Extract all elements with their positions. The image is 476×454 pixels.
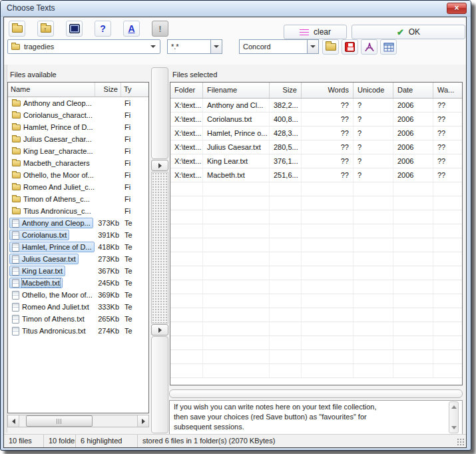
parent-folder-button[interactable]: ↑ (37, 21, 54, 37)
folder-name: King Lear_characte... (23, 147, 93, 155)
column-header-filename[interactable]: Filename (203, 83, 270, 98)
available-folder-row[interactable]: Julius Caesar_char... Fi (8, 133, 148, 145)
file-name: Timon of Athens.txt (22, 315, 85, 323)
title-bar[interactable]: Choose Texts × (1, 1, 471, 17)
folder-type: Fi (121, 171, 148, 179)
monitor-button[interactable] (66, 21, 83, 37)
help-button[interactable]: ? (95, 21, 111, 37)
file-type: Te (121, 291, 148, 299)
scroll-right-button[interactable] (137, 415, 148, 427)
file-name: Romeo And Juliet.txt (22, 303, 89, 311)
available-folder-row[interactable]: Macbeth_characters Fi (8, 157, 148, 169)
available-folder-row[interactable]: Timon of Athens_c... Fi (8, 193, 148, 205)
file-size: 273Kb (95, 255, 121, 263)
close-button[interactable]: × (447, 3, 467, 14)
files-available-label: Files available (10, 71, 57, 79)
notes-scrollbar[interactable] (449, 401, 459, 433)
available-folder-row[interactable]: Othello, the Moor of... Fi (8, 169, 148, 181)
available-file-row[interactable]: Hamlet, Prince of D... 418Kb Te (8, 241, 148, 253)
scroll-left-button[interactable] (8, 415, 19, 427)
column-header-size[interactable]: Size (95, 83, 121, 97)
clear-button-label: clear (314, 27, 331, 37)
selected-table-body: X:\text... Anthony and Cl... 382,2... ??… (170, 99, 462, 378)
text-file-icon (12, 303, 19, 312)
available-file-row[interactable]: Othello, the Moor of... 369Kb Te (8, 289, 148, 301)
text-file-icon (12, 267, 19, 276)
selected-file-row[interactable]: X:\text... Coriolanus.txt 400,8... ?? ? … (170, 113, 462, 126)
available-file-row[interactable]: Timon of Athens.txt 265Kb Te (8, 313, 148, 325)
arrow-up-icon (451, 405, 457, 409)
move-right-button-top[interactable] (151, 160, 168, 171)
available-folder-row[interactable]: Hamlet, Prince of D... Fi (8, 121, 148, 133)
folder-icon (11, 44, 20, 50)
cell-warnings: ?? (433, 168, 462, 182)
selected-file-row[interactable]: X:\text... King Lear.txt 376,1... ?? ? 2… (170, 154, 462, 168)
text-file-icon (12, 243, 19, 252)
available-file-row[interactable]: Julius Caesar.txt 273Kb Te (8, 253, 148, 265)
tool-dropdown[interactable]: Concord (239, 39, 319, 54)
available-folder-row[interactable]: Romeo And Juliet_c... Fi (8, 181, 148, 193)
folder-dropdown-value: tragedies (24, 43, 146, 51)
warning-button[interactable]: ! (152, 21, 168, 37)
open-folder-button[interactable] (9, 21, 25, 37)
available-file-row[interactable]: Coriolanus.txt 391Kb Te (8, 229, 148, 241)
cell-size: 251,6... (270, 168, 302, 182)
main-toolbar: ↑ ? A ! (9, 21, 168, 37)
scrollbar-thumb[interactable] (26, 415, 93, 427)
cell-size: 400,8... (270, 113, 302, 126)
tool-arrow-button[interactable] (307, 40, 318, 53)
file-pattern-arrow-button[interactable] (210, 40, 222, 53)
file-name: Macbeth.txt (22, 279, 60, 287)
save-favourites-button[interactable] (342, 39, 358, 55)
move-right-button-bottom[interactable] (151, 324, 168, 336)
column-header-warnings[interactable]: Wa... (433, 83, 462, 98)
cell-filename: Anthony and Cl... (203, 99, 270, 112)
pdf-convert-button[interactable] (361, 39, 377, 55)
folder-name: Romeo And Juliet_c... (23, 183, 95, 191)
selected-file-row[interactable]: X:\text... Macbeth.txt 251,6... ?? ? 200… (170, 168, 462, 182)
ok-button[interactable]: ✔ OK (352, 25, 465, 39)
resize-grip[interactable] (457, 438, 465, 446)
column-header-date[interactable]: Date (393, 83, 433, 98)
notes-input[interactable]: If you wish you can write notes here on … (169, 400, 463, 435)
folder-dropdown[interactable]: tragedies (7, 39, 160, 54)
file-type: Te (121, 255, 148, 263)
column-header-name[interactable]: Name (8, 83, 95, 97)
available-file-row[interactable]: Romeo And Juliet.txt 333Kb Te (8, 301, 148, 313)
available-file-row[interactable]: King Lear.txt 367Kb Te (8, 265, 148, 277)
available-file-row[interactable]: Titus Andronicus.txt 274Kb Te (8, 325, 148, 337)
open-folder-icon (326, 43, 336, 51)
available-folder-row[interactable]: King Lear_characte... Fi (8, 145, 148, 157)
splitter-drag-handle[interactable] (151, 172, 168, 324)
available-folder-row[interactable]: Anthony and Cleop... Fi (8, 97, 148, 109)
available-folder-row[interactable]: Titus Andronicus_c... Fi (8, 205, 148, 217)
cell-words: ?? (302, 99, 354, 112)
selected-file-row[interactable]: X:\text... Hamlet, Prince o... 428,3... … (170, 126, 462, 140)
grid-view-button[interactable] (380, 39, 397, 55)
monitor-icon (69, 24, 80, 33)
available-folder-row[interactable]: Coriolanus_charact... Fi (8, 109, 148, 121)
column-header-unicode[interactable]: Unicode (354, 83, 393, 98)
folder-type: Fi (121, 135, 148, 143)
available-file-row[interactable]: Anthony and Cleop... 373Kb Te (8, 217, 148, 229)
cell-date: 2006 (393, 113, 433, 126)
available-file-row[interactable]: Macbeth.txt 245Kb Te (8, 277, 148, 289)
clear-lines-icon (300, 29, 309, 35)
selected-file-row[interactable]: X:\text... Anthony and Cl... 382,2... ??… (170, 99, 462, 113)
font-button[interactable]: A (123, 21, 140, 37)
clear-button[interactable]: clear (284, 25, 347, 39)
column-header-type[interactable]: Ty (121, 83, 148, 97)
scrollbar-track[interactable] (19, 415, 137, 427)
column-header-size[interactable]: Size (270, 83, 302, 98)
text-file-icon (12, 291, 19, 300)
cell-words: ?? (302, 154, 354, 168)
available-horizontal-scrollbar[interactable] (7, 415, 149, 427)
selected-file-row[interactable]: X:\text... Julius Caesar.txt 280,5... ??… (170, 140, 462, 154)
column-header-words[interactable]: Words (302, 83, 354, 98)
cell-words: ?? (302, 168, 354, 182)
file-pattern-dropdown[interactable]: *.* (167, 39, 222, 54)
column-header-folder[interactable]: Folder (170, 83, 203, 98)
table-row-empty (170, 294, 462, 308)
load-favourites-button[interactable] (322, 39, 339, 55)
cell-unicode: ? (354, 154, 393, 168)
